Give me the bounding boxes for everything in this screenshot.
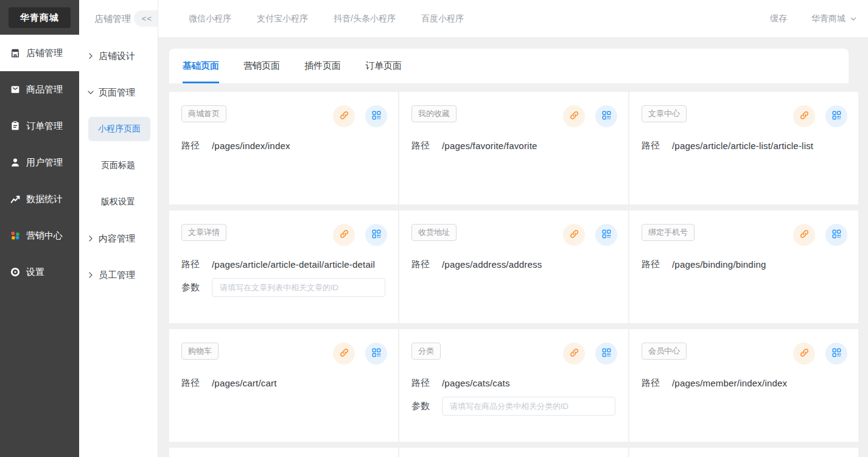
path-row: 路径/pages/member/index/index [642, 377, 847, 389]
qrcode-icon [601, 229, 612, 241]
page-title-tag: 我的收藏 [411, 105, 457, 122]
qrcode-button[interactable] [365, 343, 387, 365]
qrcode-button[interactable] [595, 224, 617, 246]
page-tab-4[interactable]: 订单页面 [365, 49, 402, 83]
copy-link-button[interactable] [563, 343, 585, 365]
sidebar-item-2[interactable]: 商品管理 [0, 71, 79, 108]
qrcode-icon [831, 110, 842, 122]
page-title-tag: 分类 [411, 343, 441, 360]
param-input[interactable] [442, 397, 615, 416]
submenu-item[interactable]: 页面标题 [79, 147, 158, 184]
menu-group-3[interactable]: 内容管理 [79, 220, 158, 257]
menu-group-label: 内容管理 [99, 233, 135, 245]
path-row: 路径/pages/cats/cats [411, 377, 617, 389]
sidebar-item-6[interactable]: 营销中心 [0, 217, 79, 254]
copy-link-button[interactable] [333, 105, 355, 127]
card-header: 分类 [411, 343, 617, 365]
card-actions [333, 343, 387, 365]
path-row: 路径/pages/cart/cart [181, 377, 387, 389]
copy-link-button[interactable] [333, 224, 355, 246]
sidebar-item-label: 商品管理 [26, 84, 63, 96]
link-icon [569, 347, 579, 360]
qrcode-button[interactable] [365, 105, 387, 127]
topbar-right: 缓存 华青商城 [770, 13, 868, 24]
page-title-tag: 文章详情 [181, 224, 226, 241]
copy-link-button[interactable] [793, 105, 815, 127]
param-label: 参数 [181, 282, 212, 293]
page-tab-1[interactable]: 基础页面 [183, 49, 219, 83]
link-icon [799, 347, 810, 360]
menu-group-4[interactable]: 员工管理 [79, 257, 158, 293]
path-label: 路径 [181, 140, 212, 152]
path-label: 路径 [181, 259, 212, 270]
qrcode-button[interactable] [595, 105, 617, 127]
page-card: 收货地址路径/pages/address/address [399, 211, 628, 323]
copy-link-button[interactable] [793, 224, 815, 246]
marketing-icon [10, 230, 21, 241]
param-row: 参数 [411, 397, 617, 416]
page-card: 商城首页路径/pages/index/index [169, 92, 398, 204]
page-card: 文章中心路径/pages/article/article-list/articl… [629, 92, 858, 204]
collapse-sidebar-button[interactable]: << [134, 10, 158, 27]
platform-tab-1[interactable]: 微信小程序 [189, 13, 231, 24]
platform-tab-2[interactable]: 支付宝小程序 [257, 13, 308, 24]
qrcode-button[interactable] [825, 224, 847, 246]
copy-link-button[interactable] [563, 224, 585, 246]
copy-link-button[interactable] [563, 105, 585, 127]
path-label: 路径 [642, 377, 672, 389]
path-value: /pages/cart/cart [212, 378, 277, 388]
sidebar-item-7[interactable]: 设置 [0, 254, 79, 290]
sidebar-item-label: 设置 [26, 267, 44, 278]
platform-tab-4[interactable]: 百度小程序 [421, 13, 464, 24]
card-header: 绑定手机号 [642, 224, 847, 246]
page-card: 我的收藏路径/pages/favorite/favorite [399, 92, 628, 204]
cache-button[interactable]: 缓存 [770, 13, 787, 24]
qrcode-icon [371, 347, 382, 360]
link-icon [799, 229, 810, 241]
link-icon [339, 229, 349, 241]
platform-tabs: 微信小程序支付宝小程序抖音/头条小程序百度小程序 [158, 13, 464, 24]
menu-group-1[interactable]: 店铺设计 [79, 38, 158, 74]
account-menu[interactable]: 华青商城 [811, 13, 857, 24]
page-title-tag: 会员中心 [642, 343, 687, 360]
submenu-item-active[interactable]: 小程序页面 [79, 111, 158, 147]
account-name: 华青商城 [811, 13, 845, 24]
card-header: 文章详情 [181, 224, 387, 246]
card-actions [563, 343, 617, 365]
user-icon [10, 157, 21, 168]
link-icon [569, 229, 579, 241]
card-actions [333, 224, 387, 246]
submenu-item[interactable]: 版权设置 [79, 184, 158, 220]
sidebar-item-5[interactable]: 数据统计 [0, 181, 79, 217]
menu-group-label: 店铺设计 [99, 51, 135, 62]
copy-link-button[interactable] [333, 343, 355, 365]
path-value: /pages/member/index/index [672, 378, 787, 388]
sidebar-item-1[interactable]: 店铺管理 [0, 35, 79, 71]
qrcode-icon [601, 110, 612, 122]
qrcode-button[interactable] [595, 343, 617, 365]
menu-group-label: 页面管理 [99, 87, 135, 99]
stats-icon [10, 194, 21, 204]
qrcode-button[interactable] [365, 224, 387, 246]
qrcode-icon [371, 229, 382, 241]
path-row: 路径/pages/favorite/favorite [411, 140, 617, 152]
qrcode-button[interactable] [825, 105, 847, 127]
sidebar-item-4[interactable]: 用户管理 [0, 144, 79, 181]
page-card-partial [399, 448, 628, 457]
page-tab-3[interactable]: 插件页面 [304, 49, 341, 83]
qrcode-icon [601, 347, 612, 360]
main-column: 微信小程序支付宝小程序抖音/头条小程序百度小程序 缓存 华青商城 基础页面营销页… [158, 0, 868, 457]
shop-icon [10, 47, 21, 58]
menu-group-2[interactable]: 页面管理 [79, 74, 158, 111]
qrcode-button[interactable] [825, 343, 847, 365]
platform-tab-3[interactable]: 抖音/头条小程序 [334, 13, 396, 24]
card-header: 购物车 [181, 343, 387, 365]
page-tab-2[interactable]: 营销页面 [243, 49, 280, 83]
sidebar-item-label: 店铺管理 [26, 47, 63, 59]
card-header: 我的收藏 [411, 105, 617, 127]
sidebar-item-3[interactable]: 订单管理 [0, 108, 79, 144]
sidebar-item-label: 数据统计 [26, 194, 63, 205]
link-icon [569, 110, 579, 122]
copy-link-button[interactable] [793, 343, 815, 365]
param-input[interactable] [212, 278, 385, 297]
